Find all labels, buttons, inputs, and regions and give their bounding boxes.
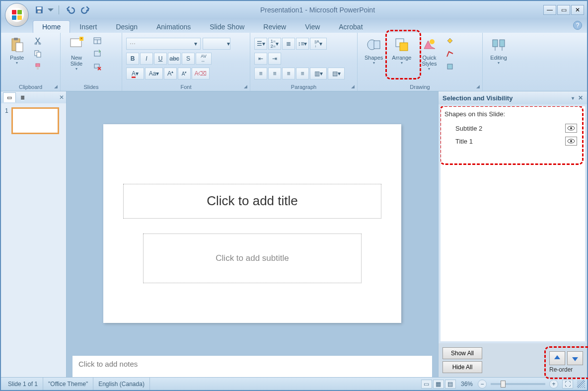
drawing-dialog-launcher[interactable]: ◢ (474, 83, 481, 90)
columns-button[interactable]: ▥▾ (310, 68, 327, 79)
shapes-button[interactable]: Shapes ▾ (362, 35, 386, 67)
clipboard-dialog-launcher[interactable]: ◢ (52, 83, 59, 90)
slide-canvas[interactable]: Click to add title Click to add subtitle (103, 124, 401, 323)
shrink-font-button[interactable]: A▾ (178, 68, 191, 79)
numbering-button[interactable]: 1=2=▾ (268, 38, 281, 50)
italic-button[interactable]: I (140, 53, 153, 65)
bold-button[interactable]: B (126, 53, 139, 65)
reorder-up-button[interactable] (549, 351, 565, 365)
zoom-in-button[interactable]: + (549, 380, 558, 389)
font-color-button[interactable]: A▾ (126, 68, 144, 79)
visibility-toggle-icon[interactable] (565, 124, 577, 133)
tab-animations[interactable]: Animations (147, 20, 200, 33)
save-icon[interactable] (33, 4, 46, 16)
office-button[interactable] (5, 3, 29, 27)
zoom-out-button[interactable]: − (478, 380, 487, 389)
tab-home[interactable]: Home (33, 20, 70, 33)
smartart-button[interactable]: ▤▾ (328, 68, 345, 79)
grow-font-button[interactable]: A▴ (164, 68, 177, 79)
shape-item[interactable]: Title 1 (444, 135, 581, 148)
tab-view[interactable]: View (295, 20, 329, 33)
shape-fill-icon[interactable] (444, 35, 456, 47)
decrease-indent-button[interactable]: ⇤ (254, 53, 267, 65)
tab-design[interactable]: Design (106, 20, 147, 33)
quick-access-toolbar (33, 4, 92, 16)
change-case-button[interactable]: Aa▾ (145, 68, 163, 79)
reorder-down-button[interactable] (567, 351, 583, 365)
slides-tab-icon[interactable]: ▭ (3, 92, 16, 102)
zoom-thumb[interactable] (501, 381, 506, 388)
help-button[interactable]: ? (573, 21, 582, 30)
shape-outline-icon[interactable] (444, 48, 456, 60)
delete-slide-icon[interactable] (91, 61, 103, 73)
line-spacing-button[interactable]: ↕≡▾ (296, 38, 309, 50)
list-level-button[interactable]: ≣ (282, 38, 295, 50)
clear-format-button[interactable]: A⌫ (192, 68, 210, 79)
font-size-combo[interactable]: ▾ (203, 38, 230, 50)
justify-button[interactable]: ≡ (296, 68, 309, 79)
font-dialog-launcher[interactable]: ◢ (242, 83, 249, 90)
theme-indicator[interactable]: "Office Theme" (43, 378, 93, 390)
arrange-button[interactable]: Arrange ▾ (389, 35, 414, 67)
restore-button[interactable]: ▭ (557, 5, 570, 15)
reset-icon[interactable] (91, 48, 103, 60)
tab-review[interactable]: Review (254, 20, 295, 33)
sorter-view-icon[interactable]: ▦ (433, 380, 444, 389)
align-right-button[interactable]: ≡ (282, 68, 295, 79)
panel-close-icon[interactable]: ✕ (59, 94, 64, 101)
qat-dropdown-icon[interactable] (48, 4, 54, 16)
editing-label: Editing (490, 55, 507, 61)
text-direction-button[interactable]: ||A↓▾ (310, 38, 327, 50)
svg-rect-7 (38, 10, 41, 13)
format-painter-icon[interactable] (32, 61, 44, 73)
new-slide-button[interactable]: ✶ New Slide ▾ (65, 35, 88, 73)
resize-grip-icon[interactable] (577, 380, 585, 388)
minimize-button[interactable]: — (543, 5, 556, 15)
layout-icon[interactable] (91, 35, 103, 47)
quick-styles-button[interactable]: Quick Styles ▾ (417, 35, 441, 73)
paragraph-dialog-launcher[interactable]: ◢ (349, 83, 356, 90)
shape-name: Subtitle 2 (455, 125, 482, 132)
strikethrough-button[interactable]: abc (168, 53, 181, 65)
tab-acrobat[interactable]: Acrobat (329, 20, 372, 33)
close-button[interactable]: ✕ (571, 5, 584, 15)
bullets-button[interactable]: ☰▾ (254, 38, 267, 50)
language-indicator[interactable]: English (Canada) (93, 378, 150, 390)
slide-indicator[interactable]: Slide 1 of 1 (3, 378, 43, 390)
undo-icon[interactable] (64, 4, 77, 16)
outline-tab-icon[interactable]: ≣ (16, 92, 29, 102)
show-all-button[interactable]: Show All (442, 347, 482, 359)
slide-thumbnail[interactable] (11, 107, 59, 134)
align-left-button[interactable]: ≡ (254, 68, 267, 79)
visibility-toggle-icon[interactable] (565, 137, 577, 146)
shadow-button[interactable]: S (182, 53, 195, 65)
align-center-button[interactable]: ≡ (268, 68, 281, 79)
zoom-slider[interactable] (491, 383, 545, 385)
copy-icon[interactable] (32, 48, 44, 60)
tab-slideshow[interactable]: Slide Show (200, 20, 254, 33)
zoom-percent[interactable]: 36% (461, 381, 473, 388)
shape-effects-icon[interactable] (444, 61, 456, 73)
pane-close-icon[interactable]: ✕ (578, 94, 583, 101)
subtitle-placeholder[interactable]: Click to add subtitle (143, 234, 362, 283)
cut-icon[interactable] (32, 35, 44, 47)
underline-button[interactable]: U (154, 53, 167, 65)
editing-button[interactable]: Editing ▾ (487, 35, 511, 67)
hide-all-button[interactable]: Hide All (442, 361, 482, 373)
title-placeholder[interactable]: Click to add title (123, 184, 381, 219)
svg-rect-32 (500, 40, 505, 47)
redo-icon[interactable] (79, 4, 92, 16)
char-spacing-button[interactable]: AV↔ (196, 53, 212, 65)
normal-view-icon[interactable]: ▭ (421, 380, 432, 389)
pane-dropdown-icon[interactable]: ▾ (572, 95, 574, 101)
fit-window-icon[interactable]: ⛶ (562, 380, 573, 389)
dropdown-arrow-icon: ▾ (428, 67, 430, 71)
slideshow-view-icon[interactable]: ▤ (445, 380, 456, 389)
notes-pane[interactable]: Click to add notes (73, 355, 432, 377)
paste-button[interactable]: Paste ▾ (5, 35, 29, 67)
font-name-combo[interactable]: ⋯▾ (126, 38, 201, 50)
tab-insert[interactable]: Insert (70, 20, 106, 33)
shape-item[interactable]: Subtitle 2 (444, 122, 581, 135)
thumbnail-row[interactable]: 1 (5, 107, 62, 134)
increase-indent-button[interactable]: ⇥ (268, 53, 281, 65)
